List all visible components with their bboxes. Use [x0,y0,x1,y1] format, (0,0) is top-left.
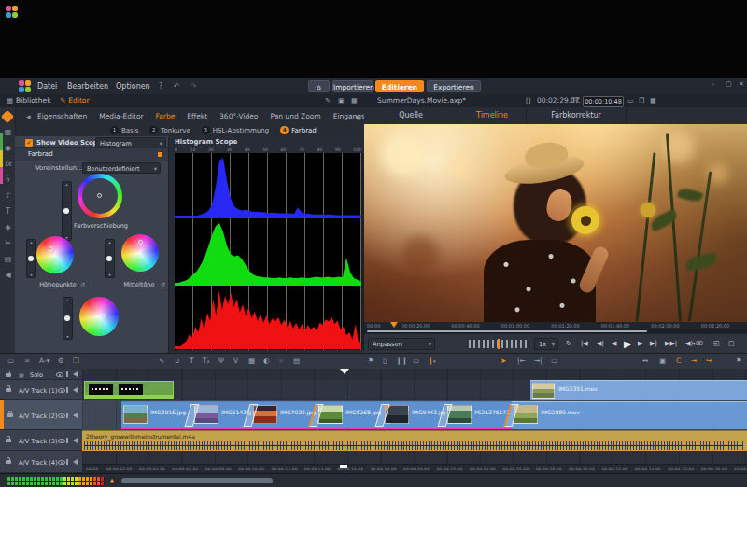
preset-dropdown[interactable]: Benutzerdefiniert▾ [82,162,161,174]
clip-img3351[interactable]: IMG3351.mov [530,380,747,400]
marker-right-icon[interactable]: ⚑ [736,354,742,369]
clip-ps2137[interactable]: PS21375172... [445,401,512,429]
import-button[interactable]: Importieren [332,80,374,92]
transitions-icon[interactable]: ◈ [3,223,13,231]
volume-icon[interactable]: ◀) [685,334,693,354]
speaker-icon[interactable] [73,371,78,377]
master-track-row[interactable]: ▤ Solo [0,369,82,380]
copy-frame-icon[interactable]: ❐ [639,94,644,107]
multicam-icon[interactable]: ▦ [248,354,255,369]
waveform-icon[interactable]: ∿ [159,354,164,369]
lock-icon[interactable] [7,413,13,417]
tab-bibliothek[interactable]: ▦Bibliothek [7,94,51,107]
reset-highlights-icon[interactable]: ↺ [80,281,85,287]
text-tool-icon[interactable]: T [190,354,194,369]
voiceover-icon[interactable]: Ψ [218,354,224,369]
speaker-icon[interactable]: ◀ [3,271,13,279]
send-forward-icon[interactable]: → [691,354,697,369]
editor-mode-icon[interactable] [1,110,14,123]
eye-icon[interactable] [58,439,65,443]
shadows-wheel[interactable] [79,297,119,336]
subtab-basis[interactable]: 1Basis [110,126,138,134]
editor-tab-farbe[interactable]: Farbe [156,112,176,120]
tabs-scroll-left-icon[interactable]: ◀ [26,108,31,124]
film-icon[interactable]: ▤ [293,354,300,369]
preview-tab-timeline[interactable]: Timeline [458,107,527,124]
chain-icon[interactable]: ∞ [278,354,284,369]
shift-luma-slider[interactable]: ▴▾ [62,181,72,241]
loop-icon[interactable]: ↻ [566,334,571,354]
editor-tab-pan-und-zoom[interactable]: Pan und Zoom [270,112,320,120]
audio-mixer-icon[interactable]: A‑▾ [39,354,50,369]
step-forward-icon[interactable]: ▶ [638,334,642,354]
clip-img8268[interactable]: IMG8268.jpg [317,401,383,429]
highlights-wheel[interactable] [36,236,74,273]
midtones-wheel[interactable] [121,234,159,272]
slip-tool-icon[interactable]: ▭ [551,354,557,369]
next-clip-icon[interactable]: ▶| [650,334,657,354]
split-clip-icon[interactable]: ❙❙ [396,354,408,369]
trim-in-icon[interactable]: |← [517,354,526,369]
preview-tab-farbkorrektur[interactable]: Farbkorrektur [527,107,627,124]
clip-img9443[interactable]: IMG9443.jpg [383,401,445,429]
fullscreen-icon[interactable]: ▢ [728,334,735,354]
shuttle-slider[interactable] [469,340,527,348]
video-preview[interactable] [364,124,747,322]
scissors-icon[interactable]: ✂ [3,239,13,247]
track-header-4[interactable]: A/V Track (4) [0,451,82,473]
razor-more-icon[interactable]: ▾ [433,354,436,369]
clip-img7032[interactable]: IMG7032.jpg [251,401,317,429]
prev-clip-icon[interactable]: ◀| [597,334,604,354]
show-scope-checkbox[interactable]: ✓ [25,139,33,147]
clip-audio[interactable]: 2theory_growwithmeinstrumental.m4a [82,430,747,451]
video-overlay-icon[interactable]: V [233,354,238,369]
playback-speed-dropdown[interactable]: 1x▾ [534,338,558,350]
editor-tab-media-editor[interactable]: Media-Editor [99,112,143,120]
menu-optionen[interactable]: Optionen [116,78,150,94]
solo-label[interactable]: Solo [30,371,43,379]
clip-img3916[interactable]: IMG3916.jpg [121,401,192,429]
trim-mode-icon[interactable]: ▯ [383,354,387,369]
lock-icon[interactable] [6,388,11,392]
preview-tab-quelle[interactable]: Quelle [364,107,458,124]
menu-bearbeiten[interactable]: Bearbeiten [67,78,108,94]
trim-out-icon[interactable]: →| [534,354,543,369]
close-button[interactable]: ✕ [739,79,744,89]
tabs-scroll-right-icon[interactable]: ▶ [356,108,360,124]
subtab-farbrad[interactable]: 4Farbrad [280,126,317,134]
send-to-timeline-icon[interactable]: ↪ [706,354,712,369]
music-icon[interactable]: ♪ [3,191,13,200]
subtab-tonkurve[interactable]: 2Tonkurve [149,126,190,134]
track-header-3[interactable]: A/V Track (3) [0,430,82,451]
go-to-end-icon[interactable]: ▶▶| [665,334,677,354]
select-cursor-icon[interactable]: ➤ [500,354,506,369]
effects-fx-icon[interactable]: fx [3,160,13,168]
lock-icon[interactable] [6,439,11,442]
duplicate-icon[interactable]: ▣ [338,94,345,107]
highlights-slider[interactable]: ▴▾ [26,239,36,278]
preview-ruler[interactable]: 00.0000:00:20.0000:00:40.0000:01:00.0000… [364,322,747,329]
eye-icon[interactable] [58,413,65,418]
copy-icon[interactable]: ❐ [73,354,79,369]
undock-icon[interactable]: ◱ [713,334,720,354]
help-icon[interactable]: ? [159,78,162,94]
montage-icon[interactable]: ▤ [3,255,13,263]
lock-icon[interactable] [6,373,11,377]
timeline-playhead[interactable] [345,369,345,473]
camera-icon[interactable]: ◉ [3,144,13,152]
redo-icon[interactable]: ↷ [190,78,197,94]
lock-icon[interactable] [6,460,11,464]
zoom-fit-dropdown[interactable]: Anpassen▾ [368,338,435,350]
layers-icon[interactable]: ▣ [659,354,666,369]
editor-tab-360-video[interactable]: 360°-Video [219,112,258,120]
track-header-2-selected[interactable]: A/V Track (2) [0,400,82,430]
speaker-icon[interactable] [73,438,78,443]
step-back-icon[interactable]: ◀ [612,334,616,354]
farbrad-section-header[interactable]: Farbrad [15,147,168,161]
go-to-start-icon[interactable]: |◀ [581,334,588,354]
subtab-hsl-abstimmung[interactable]: 3HSL-Abstimmung [202,126,269,134]
lightning-icon[interactable]: ϟ [3,175,13,184]
stereo-3d-icon[interactable]: 88 [696,334,702,354]
timeline-ruler[interactable]: 00.0000:00:02.0000:00:04.0000:00:06.0000… [82,464,747,473]
export-button[interactable]: Exportieren [427,80,481,92]
